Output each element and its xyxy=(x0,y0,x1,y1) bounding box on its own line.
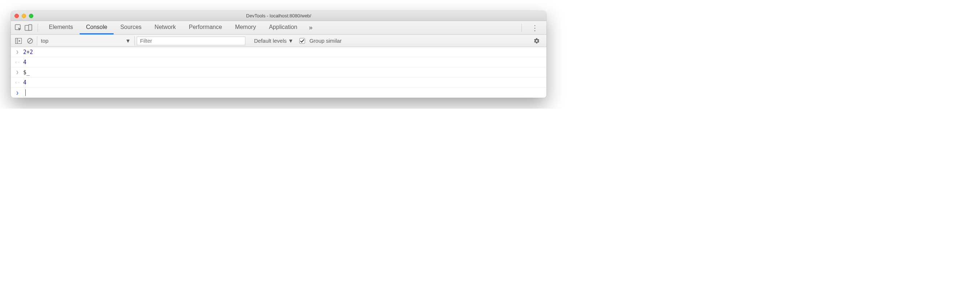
console-settings-icon[interactable] xyxy=(530,38,544,44)
tabs-overflow-button[interactable]: » xyxy=(304,24,317,32)
prompt-marker-icon: ❯ xyxy=(14,90,20,95)
result-value: 4 xyxy=(23,79,26,86)
output-marker-icon: ‹· xyxy=(14,59,20,65)
separator xyxy=(38,24,38,32)
console-toolbar: top ▼ Default levels ▼ Group similar xyxy=(11,35,546,47)
window-title: DevTools - localhost:8080/web/ xyxy=(11,13,546,19)
group-similar-label: Group similar xyxy=(309,38,342,44)
titlebar: DevTools - localhost:8080/web/ xyxy=(11,11,546,21)
devtools-window: DevTools - localhost:8080/web/ ElementsC… xyxy=(11,11,546,98)
tab-sources[interactable]: Sources xyxy=(114,21,148,34)
input-marker-icon: ❯ xyxy=(14,70,20,75)
tab-performance[interactable]: Performance xyxy=(182,21,229,34)
tab-elements[interactable]: Elements xyxy=(42,21,80,34)
output-marker-icon: ‹· xyxy=(14,80,20,85)
tab-application[interactable]: Application xyxy=(262,21,304,34)
tab-network[interactable]: Network xyxy=(148,21,182,34)
chevron-down-icon: ▼ xyxy=(288,38,293,44)
result-value: 4 xyxy=(23,59,26,65)
context-value: top xyxy=(41,38,48,44)
console-row: ❯$_ xyxy=(11,67,546,78)
console-row: ❯ xyxy=(11,87,546,98)
input-expression xyxy=(23,89,26,96)
filter-input[interactable] xyxy=(137,37,245,45)
text-cursor[interactable] xyxy=(25,89,26,96)
more-options-icon[interactable]: ⋮ xyxy=(526,24,544,32)
svg-rect-4 xyxy=(16,38,18,43)
console-row: ❯2+2 xyxy=(11,47,546,57)
main-tabbar: ElementsConsoleSourcesNetworkPerformance… xyxy=(11,21,546,35)
clear-console-icon[interactable] xyxy=(25,36,35,46)
levels-label: Default levels xyxy=(254,38,286,44)
console-output[interactable]: ❯2+2‹·4❯$_‹·4❯ xyxy=(11,47,546,98)
tab-console[interactable]: Console xyxy=(80,21,114,34)
input-expression: $_ xyxy=(23,69,30,76)
input-expression: 2+2 xyxy=(23,49,33,56)
context-selector[interactable]: top ▼ xyxy=(37,36,135,46)
console-row: ‹·4 xyxy=(11,78,546,87)
separator xyxy=(522,24,522,32)
console-row: ‹·4 xyxy=(11,57,546,67)
svg-line-6 xyxy=(29,39,32,42)
inspect-element-icon[interactable] xyxy=(14,23,23,33)
log-levels-selector[interactable]: Default levels ▼ xyxy=(254,38,293,44)
device-toolbar-icon[interactable] xyxy=(24,23,33,33)
toggle-sidebar-icon[interactable] xyxy=(14,36,23,46)
chevron-down-icon: ▼ xyxy=(125,38,130,44)
tab-memory[interactable]: Memory xyxy=(228,21,262,34)
svg-rect-2 xyxy=(29,25,32,30)
input-marker-icon: ❯ xyxy=(14,49,20,55)
group-similar-checkbox[interactable] xyxy=(299,38,305,44)
